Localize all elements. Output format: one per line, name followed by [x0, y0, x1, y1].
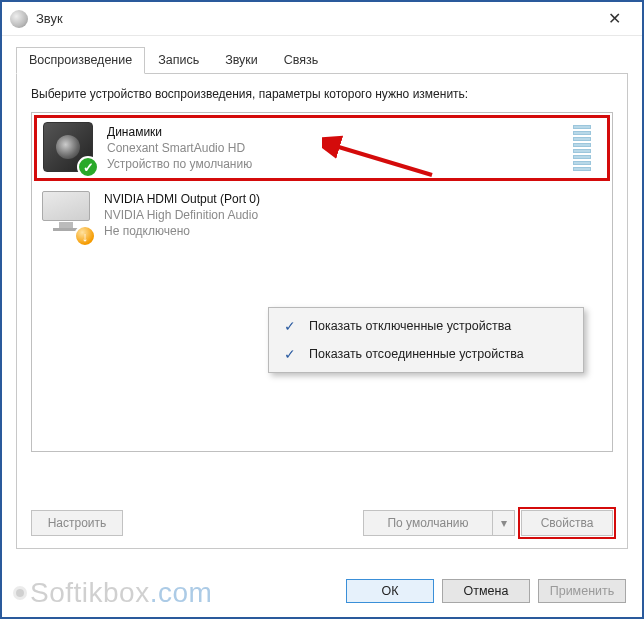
tab-strip: Воспроизведение Запись Звуки Связь — [2, 36, 642, 73]
context-menu: ✓ Показать отключенные устройства ✓ Пока… — [268, 307, 584, 373]
configure-button[interactable]: Настроить — [31, 510, 123, 536]
tab-label: Запись — [158, 53, 199, 67]
playback-panel: Выберите устройство воспроизведения, пар… — [16, 73, 628, 549]
unplugged-icon: ↓ — [74, 225, 96, 247]
close-button[interactable]: ✕ — [594, 5, 634, 33]
watermark: Softikbox.com — [16, 577, 212, 609]
watermark-dot-icon — [16, 589, 24, 597]
menu-show-disabled[interactable]: ✓ Показать отключенные устройства — [271, 312, 581, 340]
device-icon: ✓ — [43, 122, 95, 174]
device-icon: ↓ — [40, 189, 92, 241]
check-icon: ✓ — [281, 318, 299, 334]
check-icon: ✓ — [281, 346, 299, 362]
ok-button[interactable]: ОК — [346, 579, 434, 603]
cancel-button[interactable]: Отмена — [442, 579, 530, 603]
level-meter — [573, 125, 593, 171]
device-status: Не подключено — [104, 223, 602, 239]
close-icon: ✕ — [608, 9, 621, 28]
device-row-hdmi[interactable]: ↓ NVIDIA HDMI Output (Port 0) NVIDIA Hig… — [32, 183, 612, 247]
tab-playback[interactable]: Воспроизведение — [16, 47, 145, 74]
button-label: Настроить — [48, 516, 107, 530]
sound-dialog: Звук ✕ Воспроизведение Запись Звуки Связ… — [0, 0, 644, 619]
set-default-split-button[interactable]: По умолчанию ▾ — [363, 510, 515, 536]
menu-show-disconnected[interactable]: ✓ Показать отсоединенные устройства — [271, 340, 581, 368]
dialog-button-row: ОК Отмена Применить — [346, 579, 626, 603]
button-label: По умолчанию — [387, 516, 468, 530]
button-label: Отмена — [464, 584, 509, 598]
device-row-speakers[interactable]: ✓ Динамики Conexant SmartAudio HD Устрой… — [34, 115, 610, 181]
device-driver: Conexant SmartAudio HD — [107, 140, 561, 156]
tab-label: Звуки — [225, 53, 258, 67]
button-label: Свойства — [541, 516, 594, 530]
window-title: Звук — [36, 11, 63, 26]
chevron-down-icon[interactable]: ▾ — [493, 510, 515, 536]
device-list[interactable]: ✓ Динамики Conexant SmartAudio HD Устрой… — [31, 112, 613, 452]
default-check-icon: ✓ — [77, 156, 99, 178]
menu-label: Показать отсоединенные устройства — [309, 347, 524, 361]
menu-label: Показать отключенные устройства — [309, 319, 511, 333]
tab-recording[interactable]: Запись — [145, 47, 212, 74]
instruction-text: Выберите устройство воспроизведения, пар… — [31, 86, 613, 102]
titlebar: Звук ✕ — [2, 2, 642, 36]
properties-button[interactable]: Свойства — [521, 510, 613, 536]
apply-button[interactable]: Применить — [538, 579, 626, 603]
device-name: Динамики — [107, 124, 561, 140]
device-name: NVIDIA HDMI Output (Port 0) — [104, 191, 602, 207]
app-icon — [10, 10, 28, 28]
device-text: NVIDIA HDMI Output (Port 0) NVIDIA High … — [104, 191, 602, 240]
button-label: Применить — [550, 584, 615, 598]
tab-label: Связь — [284, 53, 319, 67]
panel-button-row: Настроить По умолчанию ▾ Свойства — [31, 510, 613, 536]
tab-communications[interactable]: Связь — [271, 47, 332, 74]
tab-sounds[interactable]: Звуки — [212, 47, 271, 74]
device-status: Устройство по умолчанию — [107, 156, 561, 172]
set-default-button[interactable]: По умолчанию — [363, 510, 493, 536]
button-label: ОК — [381, 584, 398, 598]
tab-label: Воспроизведение — [29, 53, 132, 67]
device-driver: NVIDIA High Definition Audio — [104, 207, 602, 223]
device-text: Динамики Conexant SmartAudio HD Устройст… — [107, 124, 561, 173]
